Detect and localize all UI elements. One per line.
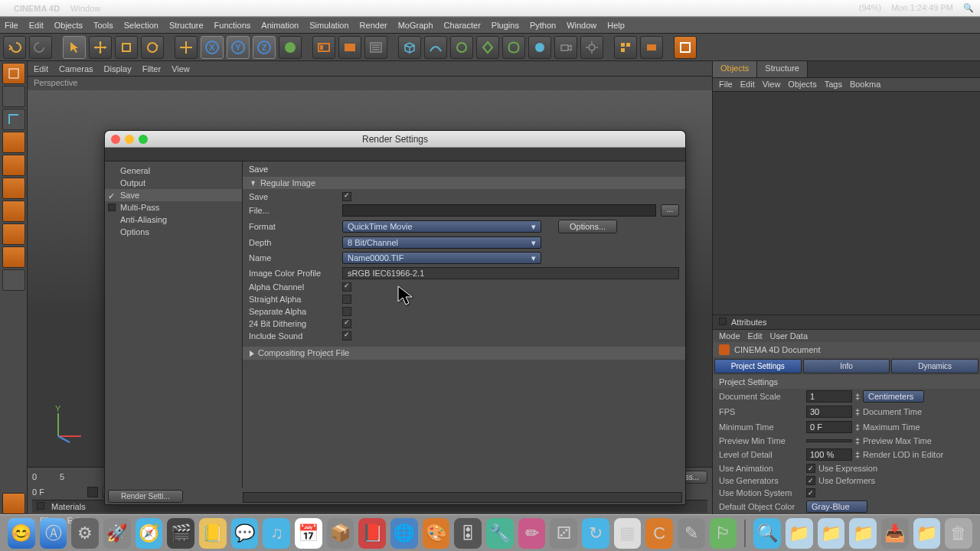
obj-menu-view[interactable]: View bbox=[763, 80, 781, 90]
z-axis-lock[interactable]: Z bbox=[253, 36, 276, 59]
chk-include-sound[interactable] bbox=[342, 331, 351, 341]
input-file-path[interactable] bbox=[342, 204, 656, 217]
dock-app6[interactable]: 🔧 bbox=[486, 518, 514, 549]
sidebar-item-save[interactable]: ✓Save bbox=[105, 189, 242, 201]
chk-straight-alpha[interactable] bbox=[342, 295, 351, 304]
obj-menu-objects[interactable]: Objects bbox=[788, 80, 816, 90]
nurbs-tool[interactable] bbox=[450, 36, 473, 59]
dd-format[interactable]: QuickTime Movie bbox=[342, 220, 541, 233]
menu-simulation[interactable]: Simulation bbox=[309, 21, 348, 30]
dock-cinema4d[interactable]: C bbox=[645, 518, 673, 549]
y-axis-lock[interactable]: Y bbox=[227, 36, 250, 59]
dock-itunes[interactable]: ♫ bbox=[263, 518, 290, 549]
dock-app9[interactable]: ↻ bbox=[582, 518, 609, 549]
vp-menu-filter[interactable]: Filter bbox=[142, 64, 161, 73]
menu-python[interactable]: Python bbox=[530, 21, 556, 30]
chk-alpha[interactable] bbox=[342, 282, 351, 292]
menu-tools[interactable]: Tools bbox=[93, 21, 113, 30]
dock-imovie[interactable]: 🎬 bbox=[167, 518, 194, 549]
val-prev-min[interactable] bbox=[806, 439, 852, 442]
dock-app3[interactable]: 🌐 bbox=[390, 518, 418, 549]
mac-app-name[interactable]: CINEMA 4D bbox=[14, 4, 60, 13]
val-color-profile[interactable]: sRGB IEC61966-2.1 bbox=[342, 267, 679, 279]
dock-folder3[interactable]: 📁 bbox=[849, 518, 877, 549]
dd-depth[interactable]: 8 Bit/Channel bbox=[342, 236, 541, 249]
chk-save-enabled[interactable]: ✓ bbox=[108, 191, 116, 199]
scale-tool[interactable] bbox=[115, 36, 138, 59]
subsection-compositing[interactable]: ▶Compositing Project File bbox=[243, 347, 685, 360]
menu-structure[interactable]: Structure bbox=[169, 21, 204, 30]
dock-notes[interactable]: 📒 bbox=[199, 518, 227, 549]
uvpoint-mode-button[interactable] bbox=[2, 246, 25, 268]
dock-system[interactable]: ⚙ bbox=[71, 518, 99, 549]
chk-use-motion[interactable] bbox=[806, 488, 815, 497]
dialog-titlebar[interactable]: Render Settings bbox=[105, 131, 685, 148]
uvpoly-mode-button[interactable] bbox=[2, 223, 25, 245]
texture-mode-button[interactable] bbox=[2, 201, 25, 222]
subsection-regular-image[interactable]: ▼Regular Image bbox=[243, 177, 685, 189]
dock-launchpad[interactable]: 🚀 bbox=[103, 518, 131, 549]
mac-menu-window[interactable]: Window bbox=[70, 4, 100, 13]
browse-button[interactable]: ... bbox=[661, 204, 679, 217]
chk-dithering[interactable] bbox=[342, 319, 351, 328]
object-mode-button[interactable] bbox=[2, 86, 25, 107]
move-tool[interactable] bbox=[89, 36, 112, 59]
dialog-h-scrollbar[interactable] bbox=[243, 492, 682, 503]
dock-app7[interactable]: ✏ bbox=[518, 518, 546, 549]
chk-multipass-enabled[interactable] bbox=[108, 204, 116, 211]
menu-file[interactable]: File bbox=[5, 21, 18, 30]
dock-folder2[interactable]: 📁 bbox=[818, 518, 845, 549]
obj-menu-edit[interactable]: Edit bbox=[740, 80, 755, 90]
axis-mode-button[interactable] bbox=[2, 109, 25, 130]
dock-messages[interactable]: 💬 bbox=[231, 518, 259, 549]
val-fps[interactable]: 30 bbox=[806, 406, 852, 418]
chk-save[interactable] bbox=[342, 192, 351, 201]
sidebar-item-output[interactable]: Output bbox=[105, 177, 242, 189]
dock-folder4[interactable]: 📁 bbox=[913, 518, 941, 549]
obj-menu-file[interactable]: File bbox=[719, 80, 733, 90]
menu-selection[interactable]: Selection bbox=[124, 21, 158, 30]
obj-menu-tags[interactable]: Tags bbox=[825, 80, 842, 90]
menu-animation[interactable]: Animation bbox=[261, 21, 299, 30]
dock-app11[interactable]: ✎ bbox=[678, 518, 705, 549]
tab-objects[interactable]: Objects bbox=[713, 61, 757, 77]
sidebar-item-multipass[interactable]: Multi-Pass bbox=[105, 201, 242, 214]
snap-button[interactable] bbox=[2, 493, 25, 514]
sidebar-item-antialiasing[interactable]: Anti-Aliasing bbox=[105, 214, 242, 226]
attr-menu-mode[interactable]: Mode bbox=[719, 331, 740, 341]
dd-name[interactable]: Name0000.TIF bbox=[342, 252, 541, 264]
redo-button[interactable] bbox=[29, 36, 52, 59]
point-mode-button[interactable] bbox=[2, 132, 25, 153]
dock-app1[interactable]: 📦 bbox=[327, 518, 354, 549]
dock-finder[interactable]: 😊 bbox=[8, 518, 35, 549]
val-lod[interactable]: 100 % bbox=[806, 448, 852, 461]
menu-plugins[interactable]: Plugins bbox=[492, 21, 519, 30]
menu-edit[interactable]: Edit bbox=[29, 21, 44, 30]
dock-app5[interactable]: 🎛 bbox=[454, 518, 482, 549]
camera-tool[interactable] bbox=[554, 36, 577, 59]
primitive-cube[interactable] bbox=[398, 36, 421, 59]
layout-button[interactable] bbox=[674, 36, 697, 59]
val-doc-scale[interactable]: 1 bbox=[806, 390, 852, 403]
menu-mograph[interactable]: MoGraph bbox=[398, 21, 433, 30]
vp-menu-edit[interactable]: Edit bbox=[34, 64, 48, 73]
dd-def-color[interactable]: Gray-Blue bbox=[806, 500, 867, 513]
dd-doc-scale-unit[interactable]: Centimeters bbox=[863, 390, 924, 403]
render-settings-button[interactable] bbox=[364, 36, 387, 59]
dock-folder1[interactable]: 📁 bbox=[786, 518, 813, 549]
poly-mode-button[interactable] bbox=[2, 178, 25, 199]
dock-calendar[interactable]: 📅 bbox=[295, 518, 322, 549]
obj-menu-bookmarks[interactable]: Bookma bbox=[850, 80, 880, 90]
menu-objects[interactable]: Objects bbox=[54, 21, 83, 30]
chk-separate-alpha[interactable] bbox=[342, 307, 351, 316]
vp-menu-display[interactable]: Display bbox=[104, 64, 132, 73]
menu-functions[interactable]: Functions bbox=[214, 21, 251, 30]
edge-mode-button[interactable] bbox=[2, 155, 25, 176]
objects-tree[interactable] bbox=[713, 92, 980, 315]
dock-downloads[interactable]: 📥 bbox=[881, 518, 909, 549]
modeling-tool[interactable] bbox=[476, 36, 499, 59]
axis-tool[interactable] bbox=[175, 36, 198, 59]
sidebar-item-general[interactable]: General bbox=[105, 165, 242, 177]
tab-project-settings[interactable]: Project Settings bbox=[714, 359, 802, 373]
x-axis-lock[interactable]: X bbox=[201, 36, 224, 59]
